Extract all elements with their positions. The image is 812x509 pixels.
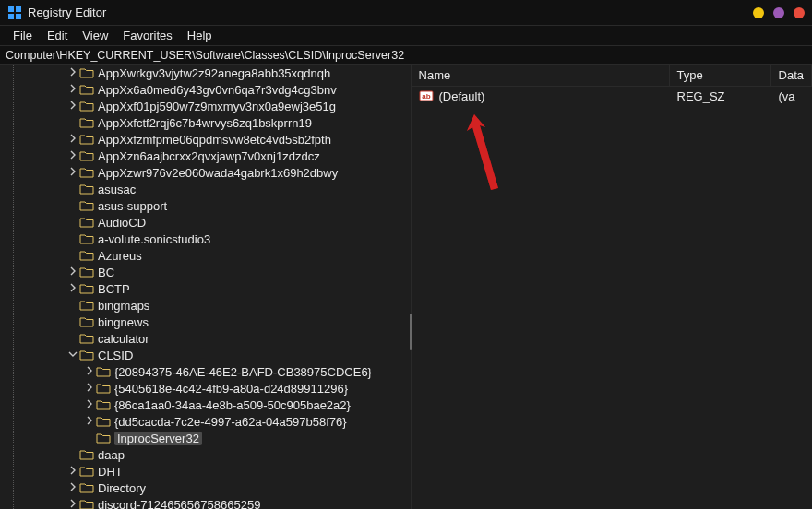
folder-icon [79, 66, 94, 79]
menu-help[interactable]: Help [180, 27, 220, 44]
tree-item-label: daap [98, 448, 125, 462]
tree-item[interactable]: •bingnews [20, 314, 411, 330]
menu-favorites[interactable]: Favorites [115, 27, 179, 44]
tree-item-label: CLSID [98, 349, 133, 362]
column-data[interactable]: Data [771, 65, 812, 86]
folder-icon [79, 349, 94, 361]
folder-icon [79, 465, 94, 478]
tree-item[interactable]: •Azureus [20, 247, 411, 264]
folder-icon [79, 332, 94, 345]
expand-icon[interactable] [66, 465, 79, 478]
close-dot[interactable] [794, 7, 805, 18]
tree-item[interactable]: CLSID [20, 347, 411, 363]
folder-icon [96, 432, 111, 444]
menu-file[interactable]: File [6, 27, 40, 44]
tree-item[interactable]: •a-volute.sonicstudio3 [20, 231, 411, 247]
folder-icon [79, 100, 94, 112]
tree-item[interactable]: AppXx6a0med6y43gv0vn6qa7r3vdg4cg3bnv [20, 81, 411, 98]
expand-icon[interactable] [66, 481, 79, 494]
tree-item[interactable]: •InprocServer32 [20, 430, 411, 446]
divider-handle[interactable] [410, 314, 412, 350]
tree-item[interactable]: •AudioCD [20, 214, 411, 231]
tree-item-label: calculator [98, 332, 149, 346]
window-title: Registry Editor [28, 6, 106, 19]
tree-item[interactable]: AppXzwr976v2e060wada4gabrk1x69h2dbwy [20, 164, 411, 181]
tree-item-label: a-volute.sonicstudio3 [98, 232, 210, 246]
tree-item[interactable]: {86ca1aa0-34aa-4e8b-a509-50c905bae2a2} [20, 397, 411, 413]
folder-icon [79, 216, 94, 229]
value-name: (Default) [439, 89, 485, 103]
tree-item-label: {dd5cacda-7c2e-4997-a62a-04a597b58f76} [114, 415, 347, 429]
folder-icon [79, 498, 94, 509]
tree-item[interactable]: discord-712465656758665259 [20, 496, 411, 509]
tree-item[interactable]: AppXxfzmfpme06qpdmsvw8etc4vd5sb2fpth [20, 131, 411, 148]
titlebar: Registry Editor [0, 0, 812, 26]
expand-icon[interactable] [66, 83, 79, 96]
tree-item[interactable]: Directory [20, 479, 411, 496]
tree-item[interactable]: AppXxf01pj590w7z9mxmyv3nx0a9ewj3e51g [20, 98, 411, 114]
expand-icon[interactable] [66, 149, 79, 162]
values-pane: Name Type Data ab(Default)REG_SZ(va [412, 65, 812, 509]
tree-item[interactable]: {dd5cacda-7c2e-4997-a62a-04a597b58f76} [20, 413, 411, 430]
collapse-icon[interactable] [66, 349, 79, 361]
column-name[interactable]: Name [412, 65, 670, 86]
tree-item[interactable]: •asus-support [20, 197, 411, 214]
folder-icon [96, 382, 111, 395]
address-bar[interactable]: Computer\HKEY_CURRENT_USER\Software\Clas… [0, 46, 812, 65]
values-list[interactable]: ab(Default)REG_SZ(va [412, 87, 812, 509]
column-type[interactable]: Type [670, 65, 771, 86]
tree-item[interactable]: BCTP [20, 280, 411, 297]
tree-item[interactable]: {20894375-46AE-46E2-BAFD-CB38975CDCE6} [20, 363, 411, 380]
value-data: (va [771, 89, 812, 103]
expand-icon[interactable] [66, 498, 79, 509]
tree-item[interactable]: {5405618e-4c42-4fb9-a80a-d24d89911296} [20, 380, 411, 397]
tree-item[interactable]: •asusac [20, 181, 411, 197]
expand-icon[interactable] [66, 133, 79, 146]
column-headers[interactable]: Name Type Data [412, 65, 812, 87]
expand-icon[interactable] [83, 415, 96, 428]
tree-item-label: AudioCD [98, 216, 146, 230]
expand-icon[interactable] [66, 66, 79, 79]
tree-item[interactable]: •AppXxfctf2rqj6c7b4wrvys6zq1bskprrn19 [20, 114, 411, 131]
tree-item-label: DHT [98, 465, 123, 479]
tree-item[interactable]: •daap [20, 446, 411, 463]
folder-icon [79, 116, 94, 129]
tree-item[interactable]: •calculator [20, 330, 411, 347]
tree-item-label: BC [98, 266, 114, 279]
expand-icon[interactable] [66, 266, 79, 278]
folder-icon [79, 249, 94, 262]
expand-icon[interactable] [66, 282, 79, 295]
folder-icon [79, 232, 94, 245]
expand-icon[interactable] [66, 166, 79, 179]
tree-item-label: BCTP [98, 282, 130, 296]
tree-item-label: asusac [98, 183, 136, 196]
value-row[interactable]: ab(Default)REG_SZ(va [412, 87, 812, 105]
tree-item[interactable]: DHT [20, 463, 411, 479]
expand-icon[interactable] [66, 100, 79, 112]
tree-item-label: AppXzwr976v2e060wada4gabrk1x69h2dbwy [98, 166, 338, 180]
minimize-dot[interactable] [753, 7, 764, 18]
folder-icon [79, 299, 94, 312]
tree-item-label: AppXzn6aajbcrxx2qvxjawp7v0xnj1zdzdcz [98, 149, 320, 163]
folder-icon [79, 83, 94, 96]
tree-item[interactable]: AppXzn6aajbcrxx2qvxjawp7v0xnj1zdzdcz [20, 148, 411, 164]
menu-view[interactable]: View [75, 27, 115, 44]
menu-edit[interactable]: Edit [40, 27, 75, 44]
svg-text:ab: ab [422, 92, 430, 101]
tree-item-label: AppXwrkgv3vjytw2z92anega8abb35xqdnqh [98, 66, 330, 80]
folder-icon [96, 415, 111, 428]
svg-rect-1 [16, 6, 21, 12]
expand-icon[interactable] [83, 365, 96, 378]
maximize-dot[interactable] [773, 7, 784, 18]
tree-item-label: AppXx6a0med6y43gv0vn6qa7r3vdg4cg3bnv [98, 83, 337, 97]
tree-item[interactable]: AppXwrkgv3vjytw2z92anega8abb35xqdnqh [20, 65, 411, 81]
tree-pane[interactable]: AppXwrkgv3vjytw2z92anega8abb35xqdnqhAppX… [0, 65, 411, 509]
expand-icon[interactable] [83, 398, 96, 411]
tree-item[interactable]: BC [20, 264, 411, 280]
folder-icon [79, 183, 94, 195]
menubar: File Edit View Favorites Help [0, 26, 812, 46]
tree-item[interactable]: •bingmaps [20, 297, 411, 314]
expand-icon[interactable] [83, 382, 96, 395]
string-value-icon: ab [419, 89, 434, 103]
folder-icon [79, 315, 94, 328]
